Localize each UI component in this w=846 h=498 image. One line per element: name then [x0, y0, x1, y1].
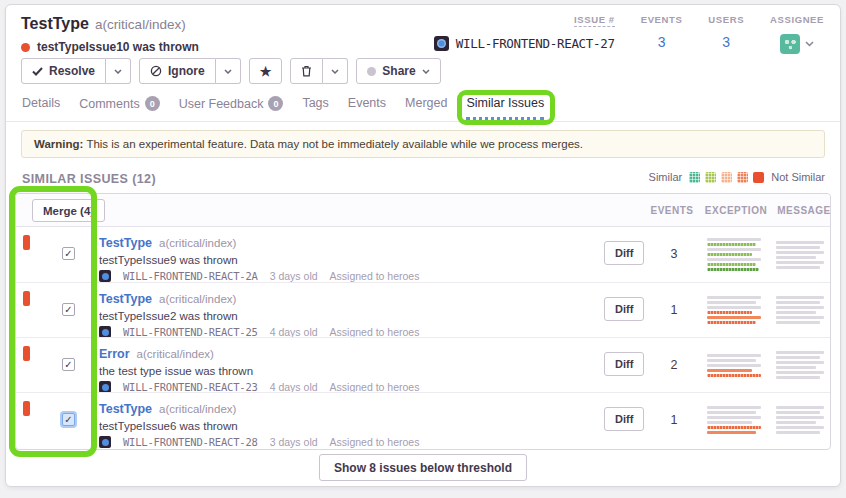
- row-issue-title-link[interactable]: TestType: [99, 402, 152, 416]
- row-checkbox[interactable]: ✓: [62, 247, 75, 260]
- similar-issues-heading: SIMILAR ISSUES (12): [22, 172, 156, 186]
- tab-bar: DetailsComments0User Feedback0TagsEvents…: [22, 96, 544, 120]
- tab-comments[interactable]: Comments0: [79, 96, 159, 118]
- row-events-count: 1: [638, 413, 710, 427]
- legend-swatch-5: [753, 172, 764, 183]
- column-header-message: MESSAGE: [768, 205, 840, 216]
- chevron-down-icon: [805, 41, 814, 47]
- row-issue-title-link[interactable]: TestType: [99, 236, 152, 250]
- column-header-events: EVENTS: [636, 205, 708, 216]
- message-similarity-bars: [776, 393, 826, 447]
- similarity-bar: [776, 366, 816, 369]
- tab-user-feedback[interactable]: User Feedback0: [179, 96, 284, 118]
- project-platform-icon: [99, 270, 111, 282]
- issue-title-line: TestTypea(critical/index): [21, 15, 199, 33]
- similar-issue-row: ✓TestTypea(critical/index)testTypeIssue6…: [16, 392, 830, 447]
- tab-label: Events: [348, 96, 386, 110]
- assignee-dropdown[interactable]: [780, 34, 814, 54]
- stat-events: EVENTS 3: [641, 14, 683, 50]
- row-issue-summary: Errora(critical/index)the test type issu…: [99, 344, 419, 393]
- chevron-down-icon: [331, 69, 339, 74]
- similar-issue-row: ✓Errora(critical/index)the test type iss…: [16, 337, 830, 392]
- atom-icon: [102, 329, 109, 336]
- row-age: 3 days old: [270, 436, 318, 448]
- similarity-bar: [776, 321, 820, 324]
- issue-header: TestTypea(critical/index) testTypeIssue1…: [21, 15, 199, 54]
- similarity-bar: [776, 411, 820, 414]
- resolve-button[interactable]: Resolve: [21, 58, 106, 84]
- similarity-legend: Similar Not Similar: [649, 171, 825, 183]
- similarity-bar: [776, 416, 824, 419]
- row-age: 3 days old: [270, 270, 318, 282]
- legend-swatches: [689, 172, 764, 183]
- similarity-bar: [776, 406, 824, 409]
- warning-prefix: Warning:: [34, 138, 83, 150]
- error-level-bar: [23, 291, 30, 306]
- similarity-bar: [776, 296, 824, 299]
- tab-label: Merged: [405, 96, 447, 110]
- share-label: Share: [382, 64, 415, 78]
- resolve-dropdown-button[interactable]: [106, 58, 131, 84]
- issue-detail-card: TestTypea(critical/index) testTypeIssue1…: [5, 4, 841, 487]
- events-count[interactable]: 3: [658, 34, 666, 50]
- ignore-dropdown-button[interactable]: [216, 58, 241, 84]
- similarity-bar: [776, 371, 824, 374]
- row-checkbox[interactable]: ✓: [62, 358, 75, 371]
- merge-button[interactable]: Merge (4): [32, 199, 105, 222]
- similarity-bar: [707, 374, 761, 377]
- tab-tags[interactable]: Tags: [302, 96, 328, 117]
- legend-swatch-3: [721, 172, 732, 183]
- row-checkbox[interactable]: ✓: [62, 413, 75, 426]
- similarity-bar: [776, 421, 816, 424]
- similarity-bar: [776, 306, 824, 309]
- similarity-bar: [776, 351, 824, 354]
- message-similarity-bars: [776, 283, 826, 337]
- tab-similar-issues[interactable]: Similar Issues: [466, 96, 544, 120]
- delete-button[interactable]: [290, 58, 323, 84]
- chevron-down-icon: [114, 69, 122, 74]
- row-issue-title-link[interactable]: TestType: [99, 292, 152, 306]
- project-platform-icon: [434, 36, 449, 51]
- similarity-bar: [776, 246, 820, 249]
- ignore-button-group: Ignore: [139, 58, 241, 84]
- users-count[interactable]: 3: [722, 34, 730, 50]
- row-event-message: testTypeIssue9 was thrown: [99, 254, 419, 266]
- bookmark-star-button[interactable]: ★: [249, 58, 283, 84]
- row-meta-line: WILL-FRONTEND-REACT-2A3 days oldAssigned…: [99, 270, 419, 282]
- row-issue-summary: TestTypea(critical/index)testTypeIssue9 …: [99, 233, 419, 282]
- similarity-bar: [776, 311, 816, 314]
- tab-events[interactable]: Events: [348, 96, 386, 117]
- row-title-line: TestTypea(critical/index): [99, 399, 419, 417]
- error-level-bar: [23, 235, 30, 250]
- similarity-bar: [707, 311, 752, 314]
- resolve-button-group: Resolve: [21, 58, 131, 84]
- row-issue-title-link[interactable]: Error: [99, 347, 130, 361]
- tab-details[interactable]: Details: [22, 96, 60, 117]
- row-title-line: TestTypea(critical/index): [99, 289, 419, 307]
- similarity-bar: [707, 431, 756, 434]
- stat-issue-number: ISSUE # WILL-FRONTEND-REACT-27: [434, 14, 615, 51]
- legend-swatch-1: [689, 172, 700, 183]
- similarity-bar: [776, 261, 824, 264]
- column-header-exception: EXCEPTION: [700, 205, 772, 216]
- delete-dropdown-button[interactable]: [323, 58, 348, 84]
- row-meta-line: WILL-FRONTEND-REACT-283 days oldAssigned…: [99, 436, 419, 448]
- tab-merged[interactable]: Merged: [405, 96, 447, 117]
- similarity-bar: [707, 321, 756, 324]
- similar-issue-row: ✓TestTypea(critical/index)testTypeIssue2…: [16, 282, 830, 337]
- mute-circle-slash-icon: [150, 65, 162, 77]
- row-event-message: the test type issue was thrown: [99, 365, 419, 377]
- assignee-avatar: [780, 34, 800, 54]
- show-more-button[interactable]: Show 8 issues below threshold: [319, 454, 527, 481]
- tab-count-badge: 0: [268, 96, 283, 111]
- similarity-bar: [776, 301, 820, 304]
- similar-issues-list: ✓TestTypea(critical/index)testTypeIssue9…: [16, 227, 830, 447]
- share-button[interactable]: Share: [356, 58, 440, 84]
- row-checkbox[interactable]: ✓: [62, 303, 75, 316]
- similarity-bar: [776, 256, 816, 259]
- assignee-label: ASSIGNEE: [770, 14, 824, 25]
- similarity-bar: [776, 356, 820, 359]
- row-event-message: testTypeIssue6 was thrown: [99, 420, 419, 432]
- resolve-label: Resolve: [49, 64, 95, 78]
- ignore-button[interactable]: Ignore: [139, 58, 216, 84]
